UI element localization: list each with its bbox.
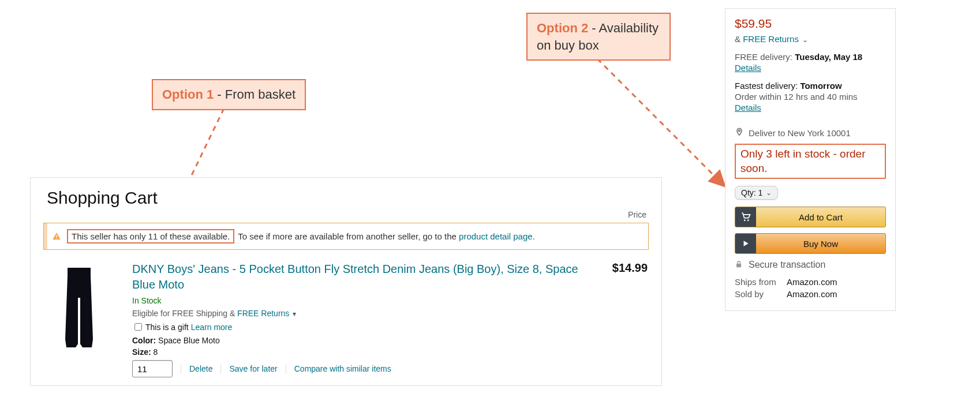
gift-learn-more-link[interactable]: Learn more xyxy=(191,323,233,332)
fastest-delivery-line: Fastest delivery: Tomorrow xyxy=(735,81,886,91)
svg-point-4 xyxy=(738,130,740,132)
shopping-cart-panel: Shopping Cart Price This seller has only… xyxy=(30,177,662,386)
ships-from-label: Ships from xyxy=(735,277,787,287)
buybox-price: $59.95 xyxy=(735,17,886,31)
annotation-option2-label: Option 2 xyxy=(537,21,588,35)
fastest-label: Fastest delivery: xyxy=(735,81,798,91)
chevron-down-icon[interactable]: ⌄ xyxy=(802,36,808,44)
qty-value: 1 xyxy=(758,188,763,197)
buy-now-button[interactable]: Buy Now xyxy=(735,233,886,254)
svg-line-1 xyxy=(590,52,726,188)
chevron-down-icon[interactable]: ▾ xyxy=(293,310,296,318)
qty-dropdown[interactable]: Qty: 1 ⌄ xyxy=(735,186,778,200)
annotation-option1-text: From basket xyxy=(225,87,296,102)
svg-point-6 xyxy=(747,220,749,222)
price-column-header: Price xyxy=(41,210,646,219)
save-for-later-link[interactable]: Save for later xyxy=(229,364,277,373)
separator xyxy=(181,364,181,373)
svg-rect-7 xyxy=(736,264,741,267)
annotation-option1-label: Option 1 xyxy=(162,87,214,102)
free-delivery-value: Tuesday, May 18 xyxy=(795,52,862,62)
buybox-free-returns-line: & FREE Returns ⌄ xyxy=(735,34,886,44)
annotation-option1: Option 1 - From basket xyxy=(152,79,306,110)
deliver-to-line[interactable]: Deliver to New York 10001 xyxy=(735,128,886,138)
gift-label: This is a gift xyxy=(145,323,189,332)
qty-actions-row: Delete Save for later Compare with simil… xyxy=(132,360,579,377)
play-icon xyxy=(735,234,756,253)
location-icon xyxy=(735,128,744,138)
buy-now-label: Buy Now xyxy=(756,239,885,249)
alert-availability-text: This seller has only 11 of these availab… xyxy=(67,229,234,244)
gift-checkbox[interactable] xyxy=(134,323,142,331)
gift-line: This is a gift Learn more xyxy=(132,321,579,332)
svg-rect-3 xyxy=(56,238,57,238)
qty-input[interactable] xyxy=(132,360,173,377)
warning-icon xyxy=(52,232,61,241)
compare-link[interactable]: Compare with similar items xyxy=(294,364,391,373)
lock-icon xyxy=(735,260,743,269)
ampersand: & xyxy=(230,309,235,318)
annotation-option2: Option 2 - Availability on buy box xyxy=(526,13,671,61)
free-delivery-label: FREE delivery: xyxy=(735,52,792,62)
add-to-cart-label: Add to Cart xyxy=(756,212,885,222)
item-thumbnail[interactable] xyxy=(44,261,114,354)
stock-warning: Only 3 left in stock - order soon. xyxy=(735,144,886,179)
ships-from-value: Amazon.com xyxy=(787,277,837,287)
sold-by-row: Sold by Amazon.com xyxy=(735,289,886,299)
in-stock-label: In Stock xyxy=(132,296,579,305)
alert-rest-prefix: To see if more are available from anothe… xyxy=(238,231,459,241)
ships-from-row: Ships from Amazon.com xyxy=(735,277,886,287)
sold-by-label: Sold by xyxy=(735,289,787,299)
eligible-text: Eligible for FREE Shipping xyxy=(132,309,227,318)
size-attr: Size: 8 xyxy=(132,347,579,357)
buy-box: $59.95 & FREE Returns ⌄ FREE delivery: T… xyxy=(725,8,896,311)
order-within-text: Order within 12 hrs and 40 mins xyxy=(735,92,886,102)
svg-point-5 xyxy=(744,220,746,222)
cart-icon xyxy=(735,207,756,227)
item-details: DKNY Boys' Jeans - 5 Pocket Button Fly S… xyxy=(132,261,591,377)
free-returns-prefix: & xyxy=(735,34,740,44)
secure-text: Secure transaction xyxy=(749,260,825,270)
chevron-down-icon: ⌄ xyxy=(766,189,772,197)
cart-title: Shopping Cart xyxy=(47,188,651,208)
size-value: 8 xyxy=(154,347,158,357)
buybox-free-returns-link[interactable]: FREE Returns xyxy=(743,34,799,44)
separator xyxy=(286,364,286,373)
free-returns-link[interactable]: FREE Returns xyxy=(237,309,289,318)
item-price: $14.99 xyxy=(591,261,648,377)
size-label: Size: xyxy=(132,347,151,357)
svg-rect-2 xyxy=(56,235,57,237)
qty-label: Qty: xyxy=(741,188,756,197)
fastest-details-link[interactable]: Details xyxy=(735,103,761,113)
product-detail-link[interactable]: product detail page xyxy=(459,231,533,241)
item-title-link[interactable]: DKNY Boys' Jeans - 5 Pocket Button Fly S… xyxy=(132,261,579,293)
cart-item-row: DKNY Boys' Jeans - 5 Pocket Button Fly S… xyxy=(41,256,651,377)
color-label: Color: xyxy=(132,336,156,345)
separator xyxy=(220,364,221,373)
color-attr: Color: Space Blue Moto xyxy=(132,336,579,345)
alert-rest-suffix: . xyxy=(533,231,535,241)
availability-alert: This seller has only 11 of these availab… xyxy=(43,223,649,250)
fastest-value: Tomorrow xyxy=(800,81,841,91)
delivery-details-link[interactable]: Details xyxy=(735,63,761,73)
sold-by-value: Amazon.com xyxy=(787,289,837,299)
deliver-to-text: Deliver to New York 10001 xyxy=(749,128,851,138)
secure-transaction[interactable]: Secure transaction xyxy=(735,260,886,270)
free-delivery-line: FREE delivery: Tuesday, May 18 xyxy=(735,52,886,62)
color-value: Space Blue Moto xyxy=(158,336,220,345)
delete-link[interactable]: Delete xyxy=(189,364,212,373)
shipping-line: Eligible for FREE Shipping & FREE Return… xyxy=(132,309,579,318)
add-to-cart-button[interactable]: Add to Cart xyxy=(735,207,886,227)
